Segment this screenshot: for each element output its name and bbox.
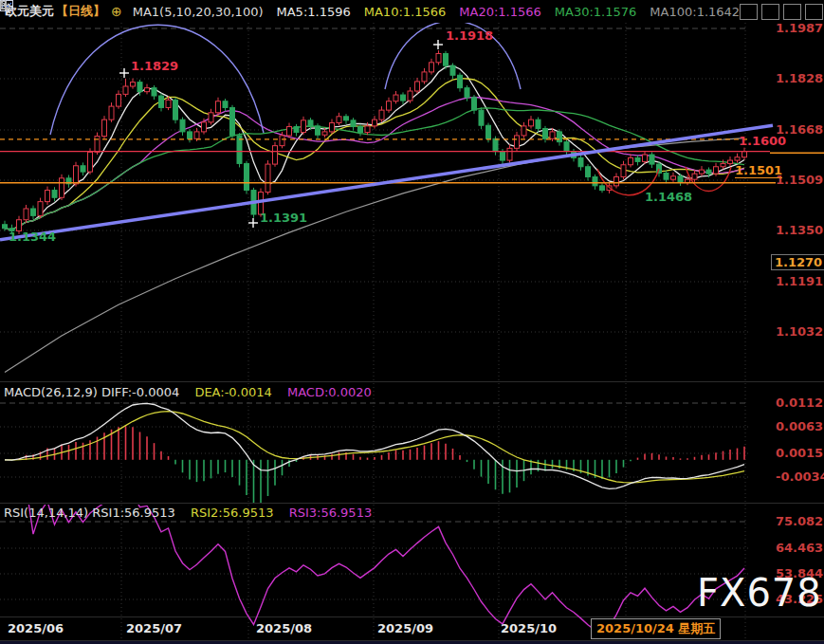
circled-plus-icon[interactable]: ⊕	[111, 4, 122, 19]
time-axis-label: 2025/08	[256, 621, 312, 635]
rsi2-value: RSI2:56.9513	[191, 506, 274, 520]
macd-axis-tick: 0.0112	[776, 396, 823, 410]
crosshair-date-label: 2025/10/24 星期五	[591, 618, 721, 639]
ma30-legend: MA30:1.1576	[555, 5, 637, 19]
rsi-title: RSI(14,14,14) RSI1:56.9513	[4, 506, 175, 520]
macd-diff-value: DIFF:-0.0004	[101, 385, 179, 399]
macd-axis-tick: 0.0015	[776, 446, 823, 460]
period-label: 【日线】	[56, 3, 105, 20]
time-axis-label: 2025/07	[126, 621, 182, 635]
time-axis-label: 2025/09	[377, 621, 433, 635]
price-annotation: 1.1829	[131, 59, 178, 73]
ma20-legend: MA20:1.1566	[459, 5, 541, 19]
axis-scale-icon[interactable]	[761, 4, 779, 20]
ma5-legend: MA5:1.1596	[277, 5, 351, 19]
price-axis-tick: 1.1350	[776, 223, 823, 237]
ma-settings-label: MA1(5,10,20,30,100)	[133, 5, 264, 19]
price-axis-tick: 1.1509	[776, 173, 823, 187]
macd-dea-value: DEA:-0.0014	[194, 385, 271, 399]
crosshair-price-label: 1.1270	[771, 254, 824, 270]
price-axis-tick: 1.1987	[776, 21, 823, 35]
orange-level-label: 1.1501	[735, 163, 782, 178]
macd-axis-tick: -0.0034	[776, 469, 824, 484]
price-axis-tick: 1.1828	[776, 71, 823, 85]
price-axis-tick: 1.1032	[776, 324, 823, 339]
macd-macd-value: MACD:0.0020	[287, 385, 372, 399]
time-axis-label: 2025/10	[501, 621, 557, 635]
time-axis-label: 2025/06	[8, 621, 64, 635]
axis-pointer-icon[interactable]	[783, 4, 801, 20]
price-axis-tick: 1.1191	[776, 274, 823, 288]
price-annotation: 1.1468	[645, 190, 692, 204]
macd-title: MACD(26,12,9) DIFF:-0.0004	[4, 385, 179, 399]
rsi3-value: RSI3:56.9513	[289, 506, 373, 520]
price-annotation: 1.1391	[260, 211, 307, 225]
red-level-label: 1.1600	[739, 134, 786, 148]
ma10-legend: MA10:1.1566	[364, 5, 447, 19]
rsi-axis-tick: 75.0822	[776, 514, 824, 528]
chart-application: 欧元美元 【日线】 ⊕ MA1(5,10,20,30,100) MA5:1.15…	[0, 0, 824, 644]
chart-canvas[interactable]	[0, 0, 824, 644]
price-annotation: 1.1918	[446, 28, 493, 43]
fx678-watermark: FX678	[697, 571, 822, 615]
macd-legend-row: MACD(26,12,9) DIFF:-0.0004 DEA:-0.0014 M…	[4, 385, 372, 399]
chart-header: 欧元美元 【日线】 ⊕ MA1(5,10,20,30,100) MA5:1.15…	[0, 0, 824, 23]
ma100-legend: MA100:1.1642	[650, 5, 740, 19]
macd-axis-tick: 0.0063	[776, 419, 823, 433]
price-annotation: 1.1344	[9, 230, 56, 244]
rsi1-value: RSI1:56.9513	[92, 506, 175, 520]
chart-toolbar	[740, 4, 823, 20]
move-tool-icon[interactable]	[740, 4, 758, 20]
detach-window-icon[interactable]	[805, 4, 823, 20]
rsi-legend-row: RSI(14,14,14) RSI1:56.9513 RSI2:56.9513 …	[4, 506, 372, 520]
rsi-axis-tick: 64.4631	[776, 541, 824, 555]
